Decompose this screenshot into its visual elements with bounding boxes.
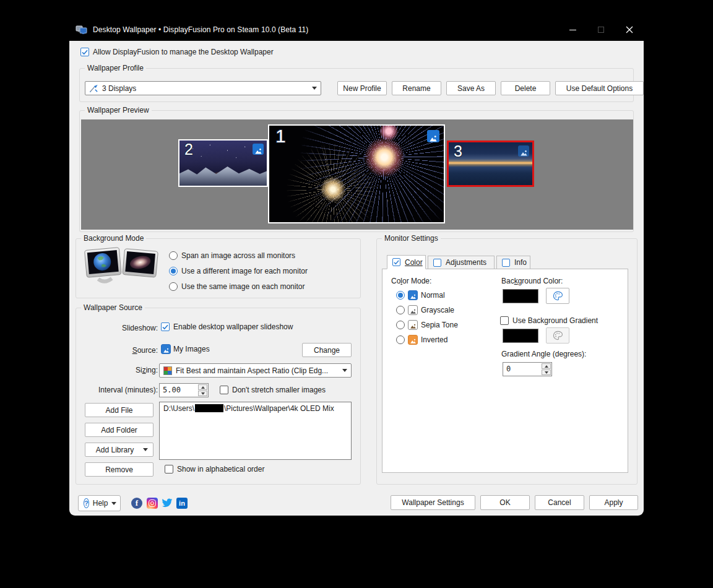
background-color-picker-button[interactable]	[546, 288, 569, 304]
alphabetical-row: Show in alphabetical order	[165, 465, 264, 473]
sizing-combo[interactable]: Fit Best and maintain Aspect Ratio (Clip…	[159, 363, 352, 378]
wallpaper-preview-group-title: Wallpaper Preview	[85, 106, 152, 115]
delete-button[interactable]: Delete	[501, 81, 550, 95]
background-mode-group-title: Background Mode	[81, 234, 146, 243]
add-library-button[interactable]: Add Library	[85, 443, 153, 457]
rename-button[interactable]: Rename	[392, 81, 441, 95]
tab-info-checkbox[interactable]	[502, 259, 510, 267]
close-button[interactable]	[615, 19, 644, 41]
add-file-button[interactable]: Add File	[85, 403, 153, 417]
monitor-settings-group: Monitor Settings Color Adjustments Info …	[376, 238, 637, 485]
mode-different-label: Use a different image for each monitor	[181, 267, 308, 275]
color-mode-sepia-label: Sepia Tone	[421, 321, 458, 329]
dual-monitor-illustration	[84, 246, 160, 293]
gradient-angle-spinner: 0	[503, 362, 552, 376]
color-mode-sepia-radio[interactable]	[396, 321, 405, 329]
maximize-button[interactable]	[587, 19, 615, 41]
monitor-2-image-icon	[253, 144, 264, 155]
color-mode-normal-row: Normal	[396, 290, 445, 300]
firework-glow	[320, 176, 346, 202]
color-mode-normal-radio[interactable]	[396, 291, 405, 300]
alphabetical-checkbox[interactable]	[165, 465, 173, 473]
interval-spin-up[interactable]	[198, 384, 207, 390]
add-library-label: Add Library	[96, 446, 134, 454]
twitter-icon[interactable]	[162, 498, 173, 509]
window-title: Desktop Wallpaper • DisplayFusion Pro on…	[93, 25, 308, 34]
wallpaper-settings-button[interactable]: Wallpaper Settings	[391, 495, 475, 510]
background-color-swatch[interactable]	[503, 289, 538, 303]
tab-color[interactable]: Color	[387, 255, 426, 269]
palette-icon	[552, 290, 563, 301]
allow-manage-checkbox[interactable]	[80, 48, 89, 56]
monitor-2-thumbnail[interactable]: 2	[178, 139, 268, 187]
path-suffix: \Pictures\Wallpaper\4k OLED Mix	[224, 404, 334, 413]
sizing-label: Sizing:	[76, 366, 158, 374]
mode-same-radio[interactable]	[169, 282, 178, 291]
mode-different-radio[interactable]	[169, 267, 178, 275]
enable-slideshow-row: Enable desktop wallpaper slideshow	[161, 322, 293, 331]
use-gradient-checkbox[interactable]	[500, 316, 509, 325]
apply-button[interactable]: Apply	[589, 495, 638, 510]
minimize-icon	[569, 30, 576, 30]
wallpaper-profile-group: Wallpaper Profile 3 Displays New Profile…	[79, 68, 634, 102]
minimize-button[interactable]	[558, 19, 587, 41]
redacted-username	[195, 404, 223, 412]
monitor-3-number: 3	[454, 142, 462, 160]
dont-stretch-checkbox[interactable]	[220, 386, 228, 394]
tab-color-label: Color	[405, 258, 423, 267]
desktop-wallpaper-window: Desktop Wallpaper • DisplayFusion Pro on…	[69, 19, 644, 516]
maximize-icon	[598, 27, 604, 33]
instagram-icon[interactable]	[147, 498, 158, 509]
linkedin-icon[interactable]: in	[176, 498, 188, 509]
tab-adjustments-checkbox[interactable]	[433, 259, 441, 267]
gradient-color-picker-button	[546, 327, 569, 344]
color-tab-page: Color Mode: Normal Grayscale Sepia Tone	[382, 269, 628, 473]
dont-stretch-row: Don't stretch smaller images	[220, 386, 326, 394]
profile-combo-value: 3 Displays	[102, 84, 136, 93]
cancel-button[interactable]: Cancel	[535, 495, 584, 510]
source-value: My Images	[173, 345, 210, 353]
monitor-1-number: 1	[275, 126, 286, 147]
firework-glow	[364, 137, 405, 178]
chevron-down-icon	[111, 502, 116, 505]
background-mode-group: Background Mode	[76, 238, 361, 298]
tab-color-checkbox[interactable]	[392, 258, 400, 266]
remove-button[interactable]: Remove	[85, 462, 153, 477]
mode-same-row: Use the same image on each monitor	[169, 282, 305, 291]
change-source-button[interactable]: Change	[302, 343, 352, 357]
save-as-button[interactable]: Save As	[446, 81, 496, 95]
monitor-2-mountains	[179, 162, 267, 186]
profile-combo[interactable]: 3 Displays	[85, 81, 321, 95]
help-button[interactable]: ? Help	[78, 495, 121, 511]
monitor-3-thumbnail-selected[interactable]: 3	[447, 141, 534, 187]
new-profile-button[interactable]: New Profile	[337, 81, 387, 95]
gradient-color-swatch[interactable]	[503, 329, 538, 343]
my-images-icon	[161, 344, 171, 354]
profile-brush-icon	[89, 84, 98, 93]
chevron-down-icon	[143, 448, 148, 451]
monitor-1-thumbnail[interactable]: 1	[268, 124, 445, 223]
facebook-icon[interactable]: f	[131, 498, 142, 509]
mode-span-radio[interactable]	[169, 251, 178, 260]
gradient-angle-value[interactable]: 0	[503, 363, 541, 376]
source-path-item[interactable]: D:\Users\\Pictures\Wallpaper\4k OLED Mix	[163, 404, 347, 413]
gradient-angle-spin-up[interactable]	[542, 363, 551, 369]
add-folder-button[interactable]: Add Folder	[85, 423, 153, 437]
color-mode-grayscale-radio[interactable]	[396, 306, 405, 314]
interval-value[interactable]: 5.00	[160, 384, 197, 397]
tab-info[interactable]: Info	[496, 256, 530, 269]
color-mode-grayscale-label: Grayscale	[421, 306, 454, 314]
color-mode-inverted-row: Inverted	[396, 335, 447, 345]
titlebar: Desktop Wallpaper • DisplayFusion Pro on…	[69, 19, 644, 41]
close-icon	[626, 26, 633, 33]
tab-adjustments[interactable]: Adjustments	[428, 256, 495, 269]
enable-slideshow-checkbox[interactable]	[161, 322, 170, 331]
mode-span-row: Span an image across all monitors	[169, 251, 295, 260]
ok-button[interactable]: OK	[480, 495, 530, 510]
wallpaper-profile-group-title: Wallpaper Profile	[85, 64, 146, 72]
interval-spin-down[interactable]	[198, 391, 207, 396]
color-mode-inverted-radio[interactable]	[396, 335, 405, 344]
gradient-angle-spin-down[interactable]	[542, 370, 551, 375]
source-path-list[interactable]: D:\Users\\Pictures\Wallpaper\4k OLED Mix	[159, 402, 352, 460]
use-default-options-button[interactable]: Use Default Options	[555, 81, 644, 95]
